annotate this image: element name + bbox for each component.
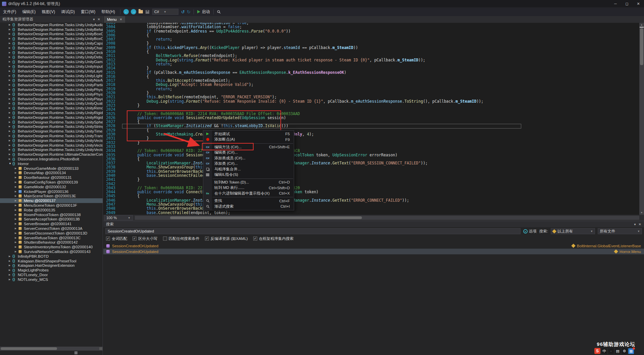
context-menu-item[interactable]: 渐进式搜索Ctrl+I [203,204,294,209]
tree-item[interactable]: ▶{}BehaviorDesigner.Runtime.Tasks.Unity.… [0,115,103,120]
tree-item[interactable]: ▶{}BehaviorDesigner.Runtime.Tasks.Unity.… [0,97,103,101]
minimize-button[interactable]: ─ [610,0,621,7]
checkbox-icon[interactable]: ✓ [106,237,110,241]
options-button[interactable]: ▲ 选项 [523,229,537,234]
tree-item[interactable]: ▶{}BehaviorDesigner.Runtime.Tasks.Unity.… [0,124,103,129]
expander-icon[interactable]: ▶ [15,237,18,239]
tree-item[interactable]: ▶{}BehaviorDesigner.Runtime.Tasks.Unity.… [0,106,103,110]
tree-item[interactable]: ▶{}BehaviorDesigner.Runtime.Tasks.Unity.… [0,55,103,60]
context-menu-item[interactable]: C#添加类 (C#)... [203,161,294,167]
expander-icon[interactable]: ▶ [9,153,12,156]
expander-icon[interactable]: ▶ [9,98,12,100]
menu-item-0[interactable]: 文件(F) [0,9,19,14]
tree-item[interactable]: ▶MenuSceneToken @0200013F [0,203,103,208]
filter-checkbox-item[interactable]: ✓全词匹配 [106,236,127,241]
context-menu-item[interactable]: 与程序集合并... [203,166,294,172]
tree-item[interactable]: ▼{}Horror [0,161,103,166]
scroll-up-arrow[interactable]: ▲ [639,23,644,27]
code-line[interactable]: 2005 if (remoteEndpoint.Address == UdpIP… [103,29,483,33]
menu-item-5[interactable]: 帮助(H) [98,9,118,14]
expander-icon[interactable]: ▶ [9,158,12,160]
tree-item[interactable]: ▶{}Dissonance.Integrations.PhotonBolt [0,157,103,161]
tree-item[interactable]: ▶{}BehaviorDesigner.Runtime.Tasks.Unity.… [0,143,103,148]
tree-item[interactable]: ▶ServerRefuseToken @0200013C [0,236,103,240]
ime-language-icon[interactable]: 中 [601,348,607,354]
tree-item[interactable]: ▶{}BehaviorDesigner.Runtime.Tasks.Unity.… [0,134,103,138]
expander-icon[interactable]: ▶ [9,51,12,54]
tree-item[interactable]: ▶{}BehaviorDesigner.Runtime.Tasks.Unity.… [0,73,103,78]
expander-icon[interactable]: ▶ [9,47,12,49]
context-menu-item[interactable]: C#添加类成员 (C#)... [203,155,294,161]
expander-icon[interactable]: ▶ [15,250,18,253]
expander-icon[interactable]: ▶ [9,88,12,91]
expander-icon[interactable]: ▶ [9,60,12,63]
scope-select-1[interactable]: 以上所有 ▼ [551,228,595,234]
expander-icon[interactable]: ▶ [15,195,18,197]
scroll-down-arrow[interactable]: ▼ [639,211,644,215]
language-select[interactable]: C# ▼ [152,9,178,15]
expander-icon[interactable]: ▶ [9,269,12,271]
tree-item[interactable]: ▶{}BehaviorDesigner.Runtime.Tasks.Unity.… [0,59,103,64]
code-line[interactable]: 2009 if (this.kickedPlayers.Any((KickedP… [103,46,483,50]
expander-icon[interactable]: ▶ [9,102,12,105]
search-input[interactable] [105,228,521,234]
tree-item[interactable]: ▶{}BehaviorDesigner.Runtime.Tasks.Unity.… [0,69,103,73]
expander-icon[interactable]: ▶ [9,107,12,109]
maximize-button[interactable]: ◻ [621,0,633,7]
open-file-button[interactable] [139,10,143,13]
expander-icon[interactable]: ▶ [15,218,18,220]
expander-icon[interactable]: ▶ [9,273,12,276]
tree-item[interactable]: ▶{}BehaviorDesigner.Runtime.Tasks.Unity.… [0,110,103,115]
scrollbar-thumb[interactable] [1,347,57,350]
sogou-input-icon[interactable]: S [594,348,600,354]
expander-icon[interactable]: ▶ [9,278,12,281]
tree-item[interactable]: ▶SurvivalNetworkCallbacks @02000143 [0,249,103,254]
code-line[interactable]: 2013 return; [103,62,483,66]
expander-icon[interactable]: ▶ [9,116,12,119]
tree-item[interactable]: ▶DevourGameMode @02000133 [0,166,103,171]
expander-icon[interactable]: ▶ [9,70,12,72]
expander-icon[interactable]: ▶ [9,144,12,147]
expander-icon[interactable]: ▶ [15,232,18,235]
code-line[interactable]: 2007 return; [103,37,483,41]
editor-vertical-scrollbar[interactable]: ▲ ▼ [639,23,644,215]
tree-item[interactable]: ▶{}BehaviorDesigner.Runtime.Tasks.Unity.… [0,83,103,87]
expander-icon[interactable]: ▶ [15,227,18,230]
expander-icon[interactable]: ▶ [9,93,12,96]
expander-icon[interactable]: ▶ [9,23,12,26]
code-line[interactable]: 2019 return; [103,87,483,91]
code-line[interactable]: 2023 } [103,103,483,107]
expander-icon[interactable]: ▶ [9,135,12,137]
tree-item[interactable]: ▶ShuttersBehaviour @02000142 [0,240,103,245]
tree-item[interactable]: ▶{}BehaviorDesigner.Runtime.Tasks.Unity.… [0,138,103,143]
expander-icon[interactable]: ▶ [15,213,18,216]
tree-item[interactable]: ▶{}BehaviorDesigner.Runtime.Tasks.Unity.… [0,87,103,92]
tree-item[interactable]: ▶{}BehaviorDesigner.Runtime.Tasks.Unity.… [0,148,103,152]
tree-item[interactable]: ▶DevourMap @02000134 [0,171,103,175]
context-menu-item[interactable]: 转到MD Token (D)...Ctrl+D [203,180,294,185]
expander-icon[interactable]: ▶ [9,79,12,82]
expander-icon[interactable]: ▶ [9,130,12,133]
expander-icon[interactable]: ▶ [9,125,12,128]
tree-item[interactable]: ▶{}BehaviorDesigner.Runtime.Tasks.Unity.… [0,129,103,134]
expander-icon[interactable]: ▶ [15,209,18,211]
code-line[interactable]: 2049 base.ConnectFailed(endpoint, token)… [103,211,483,215]
menu-item-2[interactable]: 视图(V) [39,9,58,14]
checkbox-icon[interactable] [163,237,167,241]
search-result-row[interactable]: SessionCreatedOrUpdated BoltInternal.Glo… [103,243,644,249]
tree-item[interactable]: ▶DoorBehaviour @02000131 [0,175,103,180]
tree-horizontal-scrollbar[interactable] [0,347,103,351]
tree-item[interactable]: ▶GameConfigToken @02000139 [0,180,103,185]
forward-button[interactable]: → [131,9,136,14]
close-button[interactable]: ✕ [633,0,644,7]
expander-icon[interactable]: ▶ [15,241,18,244]
tree-item[interactable]: ▶{}Kalagaan.BlendShapesPresetTool [0,259,103,263]
zoom-select[interactable]: 100 % ▼ [104,215,133,220]
filter-checkbox-item[interactable]: ✓反编译资源 (如XAML) [205,236,248,241]
tree-item[interactable]: ▶ServerConnectToken @0200013A [0,226,103,231]
tree-item[interactable]: ▶RoomProtocolToken @02000138 [0,212,103,217]
checkbox-icon[interactable]: ✓ [253,237,257,241]
expander-icon[interactable]: ▶ [15,204,18,207]
tree-item[interactable]: ▶ServerDisconnectToken @0200013D [0,231,103,236]
expander-icon[interactable]: ▶ [9,255,12,258]
